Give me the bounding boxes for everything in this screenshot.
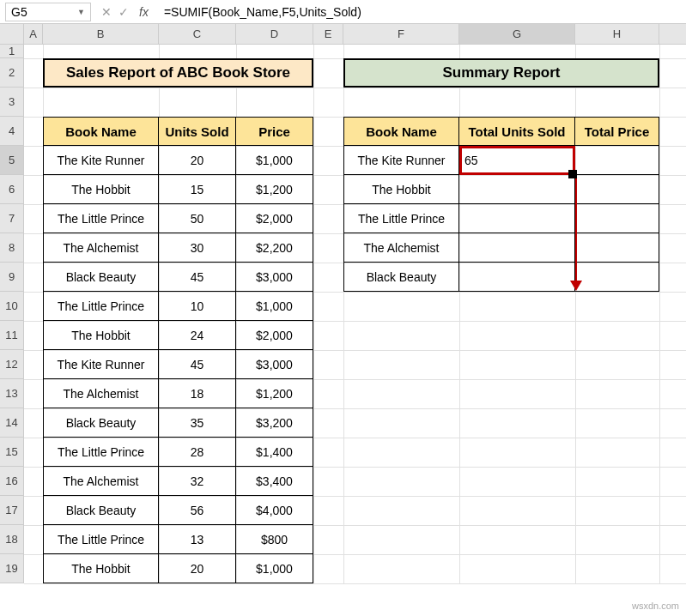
row-header-10[interactable]: 10 [0, 292, 23, 321]
sales-cell-c[interactable]: 56 [159, 496, 236, 525]
sales-cell-d[interactable]: $2,200 [236, 233, 313, 263]
sales-cell-b[interactable]: The Little Prince [43, 204, 159, 233]
dropdown-icon[interactable]: ▼ [77, 8, 85, 16]
sales-cell-b[interactable]: The Little Prince [43, 292, 159, 321]
sales-cell-c[interactable]: 13 [159, 525, 236, 554]
row-header-5[interactable]: 5 [0, 146, 23, 175]
sales-header-units[interactable]: Units Sold [159, 117, 236, 146]
summary-cell-f[interactable]: The Alchemist [343, 233, 459, 263]
sales-cell-b[interactable]: The Alchemist [43, 233, 159, 263]
sales-cell-c[interactable]: 28 [159, 438, 236, 467]
sales-cell-b[interactable]: The Little Prince [43, 525, 159, 554]
sales-cell-d[interactable]: $4,000 [236, 496, 313, 525]
summary-cell-h[interactable] [575, 175, 659, 204]
sales-cell-c[interactable]: 20 [159, 554, 236, 583]
summary-cell-g[interactable] [459, 233, 575, 263]
row-header-9[interactable]: 9 [0, 263, 23, 292]
summary-cell-g[interactable] [459, 204, 575, 233]
summary-cell-f[interactable]: The Hobbit [343, 175, 459, 204]
sales-cell-d[interactable]: $3,000 [236, 263, 313, 292]
sales-cell-c[interactable]: 45 [159, 350, 236, 379]
summary-cell-h[interactable] [575, 204, 659, 233]
col-header-A[interactable]: A [24, 24, 43, 44]
sales-cell-d[interactable]: $2,000 [236, 321, 313, 350]
sales-cell-b[interactable]: The Alchemist [43, 379, 159, 408]
sales-cell-b[interactable]: The Kite Runner [43, 350, 159, 379]
row-header-12[interactable]: 12 [0, 350, 23, 379]
sales-cell-d[interactable]: $1,200 [236, 379, 313, 408]
sales-cell-b[interactable]: The Hobbit [43, 554, 159, 583]
row-header-4[interactable]: 4 [0, 117, 23, 146]
sales-cell-d[interactable]: $3,200 [236, 408, 313, 438]
sales-cell-b[interactable]: The Alchemist [43, 467, 159, 496]
summary-cell-g[interactable] [459, 263, 575, 292]
col-header-C[interactable]: C [159, 24, 236, 44]
row-header-1[interactable]: 1 [0, 45, 23, 58]
sales-cell-c[interactable]: 45 [159, 263, 236, 292]
row-header-18[interactable]: 18 [0, 525, 23, 554]
sales-header-book[interactable]: Book Name [43, 117, 159, 146]
sales-cell-d[interactable]: $800 [236, 525, 313, 554]
sales-cell-d[interactable]: $1,400 [236, 438, 313, 467]
sales-cell-b[interactable]: The Little Prince [43, 438, 159, 467]
summary-cell-h[interactable] [575, 146, 659, 175]
fill-handle[interactable] [568, 170, 577, 178]
sales-report-title[interactable]: Sales Report of ABC Book Store [43, 58, 313, 88]
summary-cell-f[interactable]: The Little Prince [343, 204, 459, 233]
sales-cell-c[interactable]: 10 [159, 292, 236, 321]
cells-area[interactable]: Sales Report of ABC Book Store Book Name… [24, 45, 686, 583]
sales-cell-d[interactable]: $3,400 [236, 467, 313, 496]
row-header-6[interactable]: 6 [0, 175, 23, 204]
col-header-G[interactable]: G [459, 24, 575, 44]
col-header-F[interactable]: F [343, 24, 459, 44]
sales-cell-d[interactable]: $1,200 [236, 175, 313, 204]
summary-report-title[interactable]: Summary Report [343, 58, 659, 88]
row-header-16[interactable]: 16 [0, 467, 23, 496]
summary-cell-g[interactable] [459, 175, 575, 204]
sales-cell-d[interactable]: $1,000 [236, 146, 313, 175]
sales-header-price[interactable]: Price [236, 117, 313, 146]
row-header-19[interactable]: 19 [0, 554, 23, 583]
sales-cell-d[interactable]: $1,000 [236, 292, 313, 321]
row-header-8[interactable]: 8 [0, 233, 23, 263]
sales-cell-b[interactable]: Black Beauty [43, 496, 159, 525]
formula-input[interactable] [161, 5, 686, 19]
sales-cell-d[interactable]: $3,000 [236, 350, 313, 379]
sales-cell-b[interactable]: Black Beauty [43, 263, 159, 292]
row-header-3[interactable]: 3 [0, 88, 23, 117]
row-header-15[interactable]: 15 [0, 438, 23, 467]
enter-icon[interactable]: ✓ [118, 5, 129, 19]
name-box[interactable]: G5 ▼ [5, 3, 91, 21]
summary-cell-h[interactable] [575, 263, 659, 292]
sales-cell-c[interactable]: 20 [159, 146, 236, 175]
sales-cell-c[interactable]: 18 [159, 379, 236, 408]
sales-cell-c[interactable]: 15 [159, 175, 236, 204]
summary-header-units[interactable]: Total Units Sold [459, 117, 575, 146]
col-header-H[interactable]: H [575, 24, 659, 44]
sales-cell-c[interactable]: 35 [159, 408, 236, 438]
summary-cell-f[interactable]: Black Beauty [343, 263, 459, 292]
row-header-14[interactable]: 14 [0, 408, 23, 438]
col-header-E[interactable]: E [313, 24, 343, 44]
summary-cell-h[interactable] [575, 233, 659, 263]
select-all-corner[interactable] [0, 24, 24, 44]
row-header-2[interactable]: 2 [0, 58, 23, 88]
summary-cell-g[interactable]: 65 [459, 146, 575, 175]
col-header-B[interactable]: B [43, 24, 159, 44]
row-header-13[interactable]: 13 [0, 379, 23, 408]
sales-cell-c[interactable]: 32 [159, 467, 236, 496]
fx-icon[interactable]: fx [139, 5, 149, 19]
sales-cell-b[interactable]: Black Beauty [43, 408, 159, 438]
row-header-17[interactable]: 17 [0, 496, 23, 525]
sales-cell-c[interactable]: 24 [159, 321, 236, 350]
summary-header-price[interactable]: Total Price [575, 117, 659, 146]
row-header-7[interactable]: 7 [0, 204, 23, 233]
sales-cell-c[interactable]: 50 [159, 204, 236, 233]
sales-cell-d[interactable]: $2,000 [236, 204, 313, 233]
summary-cell-f[interactable]: The Kite Runner [343, 146, 459, 175]
sales-cell-b[interactable]: The Kite Runner [43, 146, 159, 175]
summary-header-book[interactable]: Book Name [343, 117, 459, 146]
sales-cell-c[interactable]: 30 [159, 233, 236, 263]
sales-cell-b[interactable]: The Hobbit [43, 175, 159, 204]
cancel-icon[interactable]: ✕ [101, 5, 112, 19]
